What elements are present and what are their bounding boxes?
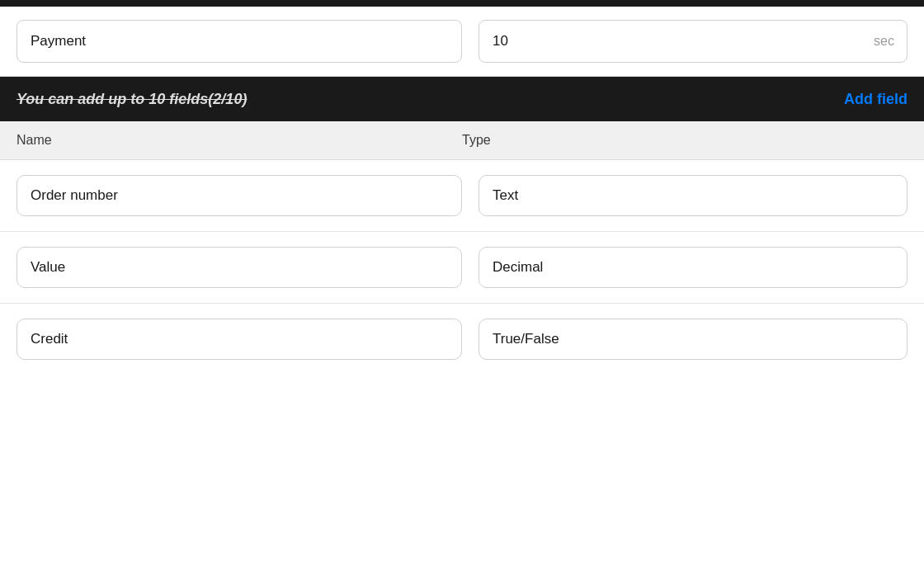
field-type-input-1[interactable] bbox=[478, 247, 908, 288]
payment-name-input[interactable] bbox=[16, 20, 462, 63]
name-input-wrapper bbox=[16, 20, 462, 63]
field-name-input-1[interactable] bbox=[16, 247, 462, 288]
table-body bbox=[0, 160, 924, 375]
timeout-input[interactable] bbox=[478, 20, 908, 63]
banner-text: You can add up to 10 fields(2/10) bbox=[16, 91, 247, 108]
add-field-button[interactable]: Add field bbox=[844, 91, 908, 108]
top-bar bbox=[0, 0, 924, 7]
col-name-header: Name bbox=[16, 133, 462, 148]
timeout-input-wrapper: sec bbox=[478, 20, 908, 63]
table-row bbox=[0, 304, 924, 375]
banner-row: You can add up to 10 fields(2/10) Add fi… bbox=[0, 77, 924, 121]
field-name-input-0[interactable] bbox=[16, 175, 462, 216]
field-type-input-2[interactable] bbox=[478, 319, 908, 360]
field-name-input-2[interactable] bbox=[16, 319, 462, 360]
form-input-row: sec bbox=[0, 7, 924, 77]
field-type-input-0[interactable] bbox=[478, 175, 908, 216]
col-type-header: Type bbox=[462, 133, 908, 148]
table-row bbox=[0, 160, 924, 232]
table-row bbox=[0, 232, 924, 304]
table-header: Name Type bbox=[0, 121, 924, 160]
